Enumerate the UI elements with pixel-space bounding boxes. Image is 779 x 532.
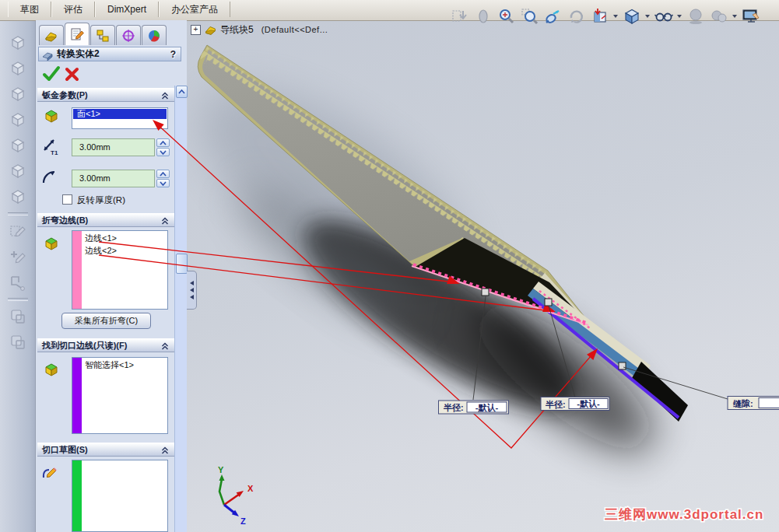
feature-cube-icon[interactable] xyxy=(5,56,30,81)
part-icon xyxy=(204,23,218,37)
bend-edges-stripe xyxy=(72,231,82,309)
view-orientation-icon[interactable] xyxy=(620,5,643,28)
rip-edges-icon xyxy=(43,361,60,381)
feature-cube-icon[interactable] xyxy=(5,133,30,158)
tab-display-manager[interactable] xyxy=(142,25,167,45)
rip-sketches-stripe xyxy=(72,460,82,531)
feature-cube-icon[interactable] xyxy=(5,30,30,55)
zoom-to-fit-icon[interactable] xyxy=(495,5,518,28)
list-item[interactable]: 边线<2> xyxy=(85,244,117,257)
menu-tab-sketch[interactable]: 草图 xyxy=(8,2,51,17)
section-view-icon[interactable] xyxy=(588,5,611,28)
svg-text:T1: T1 xyxy=(51,149,58,156)
list-item[interactable]: 智能选择<1> xyxy=(85,359,134,371)
fixed-face-selection-box[interactable]: 面<1> xyxy=(72,107,168,129)
features-toolbar xyxy=(0,20,36,532)
shadows-icon[interactable] xyxy=(684,5,707,28)
scrollbar-thumb[interactable] xyxy=(176,254,188,274)
display-style-dropdown-icon[interactable] xyxy=(675,5,683,28)
spin-up-icon[interactable] xyxy=(156,138,170,147)
selected-face-item[interactable]: 面<1> xyxy=(73,109,167,119)
thickness-input[interactable]: 3.00mm xyxy=(72,138,155,156)
spin-down-icon[interactable] xyxy=(156,148,170,156)
bend-radius-icon xyxy=(40,167,60,191)
section-view-dropdown-icon[interactable] xyxy=(612,5,619,28)
tab-dimxpert-manager[interactable] xyxy=(116,25,141,45)
display-style-icon[interactable] xyxy=(652,5,675,28)
tab-configuration-manager[interactable] xyxy=(90,25,115,45)
panel-tab-bar xyxy=(39,23,167,45)
spin-up-icon[interactable] xyxy=(156,170,170,178)
help-button[interactable]: ? xyxy=(170,49,176,60)
collect-all-bends-button[interactable]: 采集所有折弯(C) xyxy=(61,313,151,329)
panel-splitter-grip[interactable] xyxy=(187,271,197,310)
feature-cube-icon[interactable] xyxy=(5,159,30,184)
spin-down-icon[interactable] xyxy=(156,179,170,187)
add-sketch-icon[interactable] xyxy=(5,244,30,269)
feature-cube-icon[interactable] xyxy=(5,107,30,132)
flyout-feature-tree: + 导纸块5 (Default<<Def... xyxy=(191,23,328,37)
part-configuration: (Default<<Def... xyxy=(261,25,328,34)
graphics-viewport[interactable]: + 导纸块5 (Default<<Def... xyxy=(187,20,779,532)
thickness-icon: T1 xyxy=(40,136,60,159)
panel-title: 转换实体2 xyxy=(57,47,100,61)
rotate-view-icon[interactable] xyxy=(565,5,588,28)
view-orientation-dropdown-icon[interactable] xyxy=(644,5,651,28)
panel-scrollbar[interactable] xyxy=(174,86,187,532)
previous-view-icon[interactable] xyxy=(448,5,471,28)
derived-part-icon[interactable] xyxy=(5,304,30,329)
apply-scene-icon[interactable] xyxy=(739,5,762,28)
part-name[interactable]: 导纸块5 xyxy=(220,23,254,37)
zoom-to-selection-icon[interactable] xyxy=(542,5,564,28)
view-toolbar xyxy=(448,3,762,30)
menu-tab-office-products[interactable]: 办公室产品 xyxy=(159,2,230,17)
zoom-to-area-icon[interactable] xyxy=(518,5,541,28)
section-header-bend-edges[interactable]: 折弯边线(B) xyxy=(37,213,174,227)
reverse-thickness-label: 反转厚度(R) xyxy=(77,194,125,206)
property-manager-panel: 转换实体2 ? 钣金参数(P) 面<1> T1 3.00mm 3.00mm 反转… xyxy=(36,20,187,532)
thickness-spinner xyxy=(156,138,170,156)
collapse-chevron-icon[interactable] xyxy=(160,446,170,459)
toolbar-separator xyxy=(8,298,28,301)
zoom-in-out-icon[interactable] xyxy=(472,5,494,28)
convert-entities-icon[interactable] xyxy=(5,270,30,295)
list-item[interactable]: 边线<1> xyxy=(85,232,117,244)
feature-cube-icon[interactable] xyxy=(5,82,30,107)
bend-radius-spinner xyxy=(156,170,170,187)
bend-radius-input[interactable]: 3.00mm xyxy=(72,170,155,187)
ok-button[interactable] xyxy=(42,65,61,86)
realview-dropdown-icon[interactable] xyxy=(731,5,739,28)
convert-solid-icon xyxy=(41,48,54,61)
toolbar-separator xyxy=(8,212,28,215)
tree-expand-button[interactable]: + xyxy=(191,25,201,35)
section-header-rip-edges[interactable]: 找到切口边线(只读)(F) xyxy=(37,338,174,352)
splitter-arrows-icon xyxy=(189,280,195,300)
bend-edges-list[interactable]: 边线<1> 边线<2> xyxy=(72,230,168,310)
edit-sketch-icon[interactable] xyxy=(5,219,30,243)
feature-cube-icon[interactable] xyxy=(5,184,30,209)
collapse-chevron-icon[interactable] xyxy=(160,341,170,355)
cancel-button[interactable] xyxy=(65,67,79,85)
tab-property-manager[interactable] xyxy=(65,23,89,45)
section-header-rip-sketches[interactable]: 切口草图(S) xyxy=(37,443,174,457)
scrollbar-up-icon[interactable] xyxy=(176,86,188,98)
rip-sketches-list[interactable] xyxy=(72,460,168,532)
bend-edges-icon xyxy=(43,235,60,255)
section-header-sheet-metal[interactable]: 钣金参数(P) xyxy=(37,88,174,102)
fixed-face-icon xyxy=(43,107,60,128)
collapse-chevron-icon[interactable] xyxy=(160,216,170,229)
rip-edges-stripe xyxy=(72,358,82,433)
rip-edges-list[interactable]: 智能选择<1> xyxy=(72,357,168,434)
tab-feature-manager[interactable] xyxy=(39,25,64,45)
collapse-chevron-icon[interactable] xyxy=(160,91,170,104)
reverse-thickness-checkbox[interactable] xyxy=(62,194,72,205)
rip-sketch-icon xyxy=(40,464,61,487)
menu-tab-evaluate[interactable]: 评估 xyxy=(51,2,95,17)
derived-part-icon[interactable] xyxy=(5,330,30,355)
realview-icon[interactable] xyxy=(707,5,730,28)
panel-title-bar: 转换实体2 ? xyxy=(38,47,181,61)
menu-tab-dimxpert[interactable]: DimXpert xyxy=(95,2,159,17)
